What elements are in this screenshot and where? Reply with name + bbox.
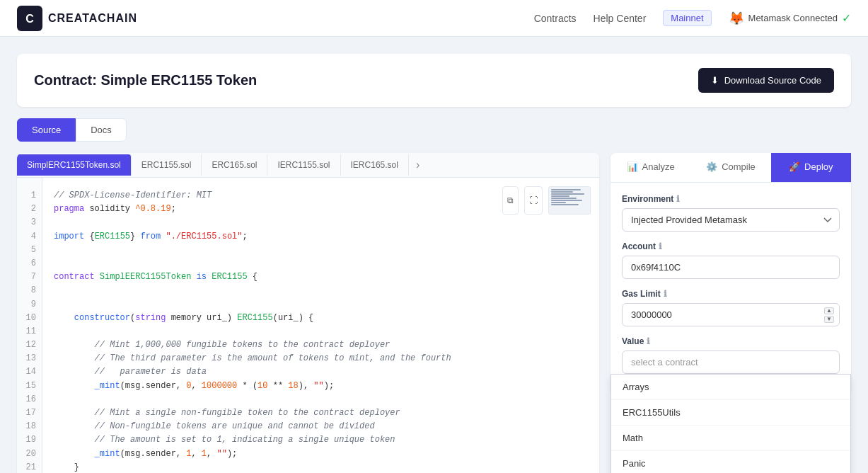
deploy-icon: 🚀 bbox=[789, 161, 800, 172]
tab-source[interactable]: Source bbox=[17, 118, 76, 142]
metamask-status: 🦊 Metamask Connected ✓ bbox=[729, 11, 851, 26]
gas-limit-field: Gas Limit ℹ ▲ ▼ bbox=[622, 289, 840, 326]
gas-limit-info-icon: ℹ bbox=[664, 289, 667, 299]
tab-compile[interactable]: ⚙️ Compile bbox=[690, 153, 770, 182]
network-badge: Mainnet bbox=[663, 10, 711, 26]
main-layout: SimplERC1155Token.sol ERC1155.sol ERC165… bbox=[17, 153, 851, 473]
dropdown-item-erc1155utils[interactable]: ERC1155Utils bbox=[611, 400, 850, 426]
account-info-icon: ℹ bbox=[659, 241, 662, 251]
download-source-button[interactable]: ⬇ Download Source Code bbox=[698, 68, 834, 93]
dropdown-item-math[interactable]: Math bbox=[611, 426, 850, 451]
contract-select-input[interactable]: select a contract bbox=[622, 351, 840, 374]
metamask-icon: 🦊 bbox=[729, 11, 744, 26]
tab-docs[interactable]: Docs bbox=[76, 118, 127, 142]
download-icon: ⬇ bbox=[711, 75, 719, 86]
gas-limit-increment[interactable]: ▲ bbox=[824, 307, 834, 314]
source-docs-tabs: Source Docs bbox=[17, 118, 851, 142]
account-field: Account ℹ bbox=[622, 241, 840, 279]
tab-deploy[interactable]: 🚀 Deploy bbox=[771, 153, 851, 182]
environment-select[interactable]: Injected Provided Metamask bbox=[622, 208, 840, 232]
file-tab-simpleerc1155token[interactable]: SimplERC1155Token.sol bbox=[17, 154, 132, 176]
analyze-icon: 📊 bbox=[627, 161, 638, 172]
code-panel: SimplERC1155Token.sol ERC1155.sol ERC165… bbox=[17, 153, 599, 473]
code-thumbnail bbox=[548, 186, 591, 215]
logo-text: CREATACHAIN bbox=[48, 12, 137, 25]
environment-info-icon: ℹ bbox=[676, 194, 680, 204]
compile-icon: ⚙️ bbox=[706, 161, 717, 172]
header: C CREATACHAIN Contracts Help Center Main… bbox=[0, 0, 868, 37]
svg-text:C: C bbox=[25, 13, 34, 25]
gas-limit-spinner: ▲ ▼ bbox=[824, 307, 834, 323]
action-tabs: 📊 Analyze ⚙️ Compile 🚀 Deploy bbox=[611, 153, 851, 183]
gas-limit-label: Gas Limit ℹ bbox=[622, 289, 840, 299]
metamask-label: Metamask Connected bbox=[748, 13, 838, 23]
file-tab-more[interactable]: › bbox=[409, 153, 427, 177]
code-content: // SPDX-License-Identifier: MIT pragma s… bbox=[42, 178, 599, 473]
nav-help-center[interactable]: Help Center bbox=[594, 13, 647, 24]
code-area: 12345678910111213141516171819202122 // S… bbox=[17, 178, 599, 473]
download-label: Download Source Code bbox=[724, 75, 821, 86]
dropdown-item-arrays[interactable]: Arrays bbox=[611, 375, 850, 400]
file-tab-erc1155[interactable]: ERC1155.sol bbox=[132, 154, 202, 176]
contract-dropdown-list: Arrays ERC1155Utils Math Panic bbox=[611, 374, 851, 473]
environment-field: Environment ℹ Injected Provided Metamask bbox=[622, 194, 840, 232]
panel-body: Environment ℹ Injected Provided Metamask… bbox=[611, 183, 851, 395]
line-numbers: 12345678910111213141516171819202122 bbox=[17, 178, 42, 473]
right-panel: 📊 Analyze ⚙️ Compile 🚀 Deploy Environme bbox=[611, 153, 851, 395]
copy-code-button[interactable]: ⧉ bbox=[502, 186, 519, 215]
compile-label: Compile bbox=[722, 161, 756, 172]
code-actions: ⧉ ⛶ bbox=[502, 186, 591, 215]
file-tabs: SimplERC1155Token.sol ERC1155.sol ERC165… bbox=[17, 153, 599, 178]
contract-placeholder: select a contract bbox=[631, 357, 698, 367]
page-header: Contract: Simple ERC1155 Token ⬇ Downloa… bbox=[17, 54, 851, 107]
gas-limit-input[interactable] bbox=[622, 303, 840, 326]
gas-limit-wrapper: ▲ ▼ bbox=[622, 303, 840, 326]
file-tab-ierc165[interactable]: IERC165.sol bbox=[341, 154, 409, 176]
logo: C CREATACHAIN bbox=[17, 6, 137, 31]
account-input[interactable] bbox=[622, 256, 840, 279]
page-title: Contract: Simple ERC1155 Token bbox=[34, 72, 257, 89]
page: Contract: Simple ERC1155 Token ⬇ Downloa… bbox=[0, 37, 868, 473]
account-label: Account ℹ bbox=[622, 241, 840, 251]
fullscreen-button[interactable]: ⛶ bbox=[524, 186, 543, 215]
contract-dropdown-wrapper: select a contract Arrays ERC1155Utils Ma… bbox=[622, 351, 840, 374]
file-tab-erc165[interactable]: ERC165.sol bbox=[202, 154, 267, 176]
deploy-label: Deploy bbox=[804, 161, 833, 172]
nav-contracts[interactable]: Contracts bbox=[534, 13, 577, 24]
value-info-icon: ℹ bbox=[647, 336, 650, 346]
tab-analyze[interactable]: 📊 Analyze bbox=[611, 153, 690, 182]
file-tab-ierc1155[interactable]: IERC1155.sol bbox=[267, 154, 340, 176]
nav: Contracts Help Center Mainnet 🦊 Metamask… bbox=[534, 10, 851, 26]
environment-label: Environment ℹ bbox=[622, 194, 840, 204]
value-field: Value ℹ select a contract Arrays bbox=[622, 336, 840, 374]
gas-limit-decrement[interactable]: ▼ bbox=[824, 316, 834, 323]
dropdown-item-panic[interactable]: Panic bbox=[611, 451, 850, 473]
analyze-label: Analyze bbox=[642, 161, 675, 172]
check-icon: ✓ bbox=[842, 11, 851, 25]
logo-icon: C bbox=[17, 6, 42, 31]
value-label: Value ℹ bbox=[622, 336, 840, 346]
